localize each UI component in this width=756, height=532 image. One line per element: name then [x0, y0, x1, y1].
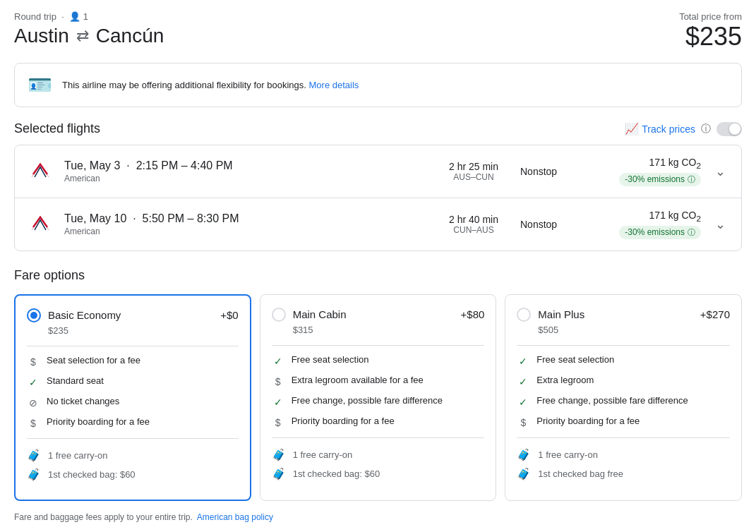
emissions-text: -30% emissions	[625, 227, 685, 237]
trip-info: Round trip · 👤 1	[14, 11, 164, 22]
fare-card-main[interactable]: Main Cabin +$80 $315 ✓ Free seat selecti…	[260, 294, 497, 501]
track-prices-toggle[interactable]	[716, 122, 742, 136]
fare-radio-plus[interactable]	[517, 308, 531, 322]
info-icon-small[interactable]: ⓘ	[688, 227, 695, 238]
dollar-icon: $	[272, 375, 284, 388]
check-icon: ✓	[517, 355, 529, 368]
fare-feature: ✓ Free seat selection	[517, 354, 730, 368]
feature-text: Free seat selection	[292, 354, 369, 365]
emissions-text: -30% emissions	[625, 174, 685, 184]
feature-text: Standard seat	[47, 375, 104, 386]
feature-text: Priority boarding for a fee	[536, 416, 640, 426]
fare-radio-basic[interactable]	[27, 308, 41, 322]
trip-type: Round trip	[14, 11, 56, 22]
flight-airline: American	[64, 174, 427, 183]
duration-route: AUS–CUN	[438, 172, 509, 182]
duration-time: 2 hr 25 min	[438, 161, 509, 172]
fare-base-price-basic: $235	[27, 325, 239, 336]
more-details-link[interactable]: More details	[309, 80, 359, 90]
feature-text: Seat selection for a fee	[47, 355, 140, 365]
fare-feature: ⊘ No ticket changes	[27, 396, 239, 409]
carryon-icon: 🧳	[27, 449, 41, 462]
track-prices-info-icon[interactable]: ⓘ	[701, 123, 711, 135]
fare-name-basic: Basic Economy	[48, 309, 121, 321]
flight-stops: Nonstop	[520, 219, 577, 230]
flight-duration: 2 hr 40 min CUN–AUS	[438, 214, 509, 235]
selected-flights-title: Selected flights	[14, 121, 100, 136]
fare-bag-section: 🧳 1 free carry-on 🧳 1st checked bag: $60	[272, 448, 485, 480]
fare-name-row: Main Plus	[517, 308, 584, 322]
fare-name-plus: Main Plus	[538, 308, 584, 320]
expand-flight-button[interactable]: ⌄	[712, 214, 728, 235]
expand-flight-button[interactable]: ⌄	[712, 161, 728, 182]
bag-item-carryon: 🧳 1 free carry-on	[517, 448, 730, 461]
nochange-icon: ⊘	[27, 397, 40, 409]
flexibility-text: This airline may be offering additional …	[62, 80, 359, 90]
total-price: $235	[679, 22, 742, 52]
bag-text: 1 free carry-on	[538, 449, 598, 460]
fare-price-add-main: +$80	[461, 308, 485, 320]
flight-emissions: 171 kg CO2 -30% emissions ⓘ	[588, 210, 701, 239]
fare-card-basic[interactable]: Basic Economy +$0 $235 $ Seat selection …	[14, 294, 251, 501]
fare-feature: $ Priority boarding for a fee	[517, 416, 730, 429]
check-icon: ✓	[272, 396, 284, 409]
bag-text: 1st checked bag: $60	[48, 469, 136, 480]
flight-duration: 2 hr 25 min AUS–CUN	[438, 161, 509, 182]
info-icon-small[interactable]: ⓘ	[688, 174, 695, 185]
emissions-badge: -30% emissions ⓘ	[619, 226, 701, 239]
flight-emissions: 171 kg CO2 -30% emissions ⓘ	[588, 157, 701, 186]
feature-text: Priority boarding for a fee	[292, 416, 395, 426]
airline-logo	[28, 159, 53, 184]
check-icon: ✓	[27, 376, 40, 389]
selected-flights-header: Selected flights 📈 Track prices ⓘ	[14, 121, 742, 136]
flexibility-icon: 🪪	[28, 73, 52, 97]
emissions-badge: -30% emissions ⓘ	[619, 173, 701, 186]
check-icon: ✓	[517, 375, 529, 388]
fare-name-row: Main Cabin	[272, 308, 347, 322]
bag-text: 1st checked bag: $60	[293, 468, 380, 479]
fare-options-grid: Basic Economy +$0 $235 $ Seat selection …	[14, 294, 742, 501]
feature-text: Free change, possible fare difference	[536, 395, 688, 406]
bag-policy-link[interactable]: American bag policy	[197, 512, 273, 522]
flights-container: Tue, May 3 · 2:15 PM – 4:40 PM American …	[14, 145, 742, 251]
route-to: Cancún	[96, 25, 164, 47]
flight-date: Tue, May 10	[64, 212, 126, 224]
route-from: Austin	[14, 25, 69, 47]
flight-row: Tue, May 3 · 2:15 PM – 4:40 PM American …	[15, 145, 741, 198]
bag-text: 1st checked bag free	[538, 468, 623, 479]
bag-text: 1 free carry-on	[293, 449, 353, 460]
bag-text: 1 free carry-on	[48, 450, 108, 461]
flight-date: Tue, May 3	[64, 159, 120, 171]
fare-feature: $ Priority boarding for a fee	[272, 416, 485, 429]
dollar-icon: $	[27, 417, 40, 430]
fare-bag-section: 🧳 1 free carry-on 🧳 1st checked bag: $60	[27, 449, 239, 481]
fare-card-header: Basic Economy +$0	[27, 308, 239, 322]
bag-item-checked: 🧳 1st checked bag: $60	[272, 467, 485, 480]
footer-note: Fare and baggage fees apply to your enti…	[14, 512, 742, 522]
total-price-section: Total price from $235	[679, 11, 742, 52]
feature-text: No ticket changes	[47, 396, 119, 406]
track-prices-label[interactable]: 📈 Track prices	[625, 122, 695, 135]
airline-logo	[28, 212, 53, 237]
fare-card-plus[interactable]: Main Plus +$270 $505 ✓ Free seat selecti…	[505, 294, 742, 501]
fare-bag-section: 🧳 1 free carry-on 🧳 1st checked bag free	[517, 448, 730, 480]
fare-feature: ✓ Free seat selection	[272, 354, 485, 368]
fare-feature: ✓ Free change, possible fare difference	[272, 395, 485, 409]
feature-text: Free change, possible fare difference	[292, 395, 443, 406]
flight-row: Tue, May 10 · 5:50 PM – 8:30 PM American…	[15, 198, 741, 250]
fare-feature: $ Priority boarding for a fee	[27, 416, 239, 430]
fare-feature: $ Seat selection for a fee	[27, 355, 239, 368]
footer-text: Fare and baggage fees apply to your enti…	[14, 512, 193, 522]
fare-name-main: Main Cabin	[293, 308, 347, 320]
trending-icon: 📈	[625, 122, 639, 135]
fare-base-price-plus: $505	[517, 325, 730, 335]
route-arrow-icon: ⇄	[76, 27, 89, 45]
fare-price-add-plus: +$270	[700, 308, 730, 320]
checked-bag-icon: 🧳	[272, 467, 286, 480]
flight-details: Tue, May 10 · 5:50 PM – 8:30 PM American	[64, 212, 427, 236]
flexibility-banner: 🪪 This airline may be offering additiona…	[14, 63, 742, 107]
fare-radio-main[interactable]	[272, 308, 286, 322]
flight-times: Tue, May 10 · 5:50 PM – 8:30 PM	[64, 212, 427, 225]
fare-feature: $ Extra legroom available for a fee	[272, 375, 485, 388]
track-prices-section: 📈 Track prices ⓘ	[625, 122, 742, 136]
